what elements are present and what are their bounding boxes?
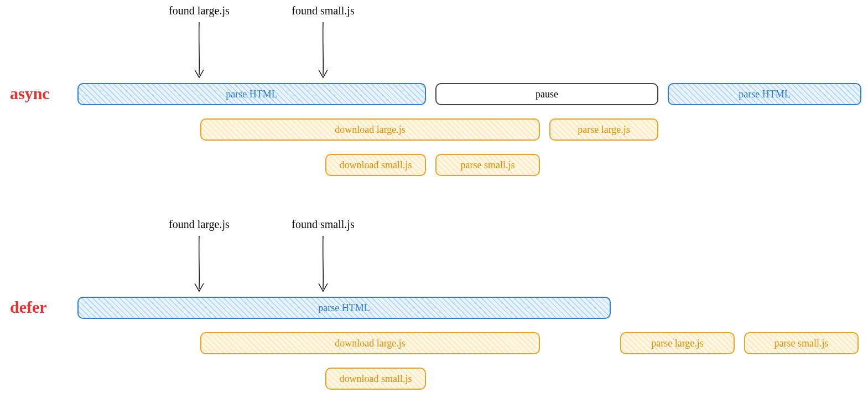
bar-async-parse-small: parse small.js	[435, 154, 540, 176]
arrow-down-icon	[188, 20, 210, 81]
label-defer: defer	[10, 298, 47, 317]
bar-defer-parse-html: parse HTML	[77, 297, 611, 319]
bar-defer-download-small: download small.js	[325, 368, 426, 390]
annot-async-found-large: found large.js	[166, 4, 232, 17]
bar-async-pause: pause	[435, 83, 658, 105]
arrow-down-icon	[312, 234, 334, 294]
bar-async-parse-html-1: parse HTML	[77, 83, 426, 105]
bar-async-download-small: download small.js	[325, 154, 426, 176]
annot-async-found-small: found small.js	[290, 4, 356, 17]
bar-defer-parse-large: parse large.js	[620, 332, 735, 354]
bar-defer-download-large: download large.js	[200, 332, 540, 354]
label-async: async	[10, 84, 50, 103]
bar-async-parse-html-2: parse HTML	[668, 83, 861, 105]
annot-defer-found-small: found small.js	[290, 218, 356, 231]
annot-defer-found-large: found large.js	[166, 218, 232, 231]
bar-async-download-large: download large.js	[200, 118, 540, 141]
arrow-down-icon	[188, 234, 210, 294]
bar-async-parse-large: parse large.js	[549, 118, 658, 141]
bar-defer-parse-small: parse small.js	[744, 332, 859, 354]
arrow-down-icon	[312, 20, 334, 81]
